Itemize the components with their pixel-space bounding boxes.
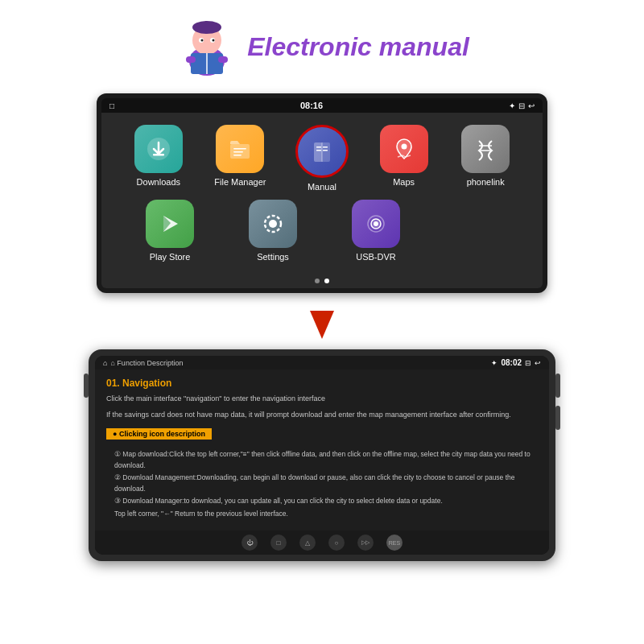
manual-icon-wrapper: [295, 125, 349, 178]
svg-rect-15: [233, 151, 243, 153]
svg-point-2: [192, 21, 221, 34]
usb-dvr-icon: [352, 200, 400, 248]
manual-label: Manual: [308, 182, 336, 192]
app-row-1: Downloads File Manager Manual: [118, 125, 526, 192]
app-row-2: Play Store Settings: [118, 200, 526, 262]
file-manager-label: File Manager: [214, 177, 266, 187]
status-left: □: [109, 101, 114, 110]
top-status-bar: □ 08:16 ✦ ⊟ ↩: [101, 98, 543, 113]
downloads-label: Downloads: [137, 177, 180, 187]
manual-text-2: If the savings card does not have map da…: [106, 410, 538, 421]
bullet-label: ● Clicking icon description: [106, 428, 212, 440]
arrow-container: [302, 293, 342, 349]
home-icon-bottom: ⌂: [103, 359, 107, 367]
svg-point-5: [201, 39, 204, 42]
app-maps[interactable]: Maps: [368, 125, 440, 187]
bluetooth-icon: ✦: [509, 101, 515, 110]
bottom-status-center: ✦ 08:02 ⊟ ↩: [491, 358, 541, 367]
home-btn[interactable]: □: [270, 535, 287, 551]
left-knob: [84, 374, 89, 398]
back-icon-bottom: ↩: [535, 359, 541, 367]
manual-nav-title: 01. Navigation: [106, 378, 538, 389]
bottom-controls-bar: ⏻ □ △ ○ ▷▷ RES: [95, 530, 549, 555]
svg-marker-33: [310, 311, 334, 339]
function-desc-label: ⌂ Function Description: [110, 359, 183, 367]
bottom-screen: ⌂ ⌂ Function Description ✦ 08:02 ⊟ ↩ 01.…: [95, 356, 549, 555]
svg-rect-9: [186, 56, 196, 63]
top-screen: □ 08:16 ✦ ⊟ ↩ Downloads: [101, 98, 543, 288]
dot-2: [324, 279, 329, 283]
signal-icon-bottom: ⊟: [525, 359, 531, 367]
bt-icon-bottom: ✦: [491, 359, 497, 367]
svg-point-32: [374, 221, 378, 226]
forward-btn[interactable]: ▷▷: [357, 535, 374, 551]
downloads-icon: [134, 125, 183, 173]
svg-point-28: [269, 220, 277, 228]
app-phonelink[interactable]: phonelink: [449, 125, 522, 187]
manual-content: 01. Navigation Click the main interface …: [95, 369, 549, 530]
res-btn[interactable]: RES: [386, 535, 402, 551]
settings-icon: [249, 200, 297, 248]
signal-icon: ⊟: [518, 101, 525, 110]
settings-label: Settings: [257, 252, 289, 262]
svg-rect-23: [323, 150, 328, 151]
bottom-time: 08:02: [501, 358, 522, 367]
app-play-store[interactable]: Play Store: [134, 200, 206, 262]
down-arrow: [302, 303, 342, 343]
status-right: ✦ ⊟ ↩: [509, 101, 535, 110]
play-store-label: Play Store: [150, 252, 191, 262]
top-device: □ 08:16 ✦ ⊟ ↩ Downloads: [97, 93, 547, 293]
back-icon: ↩: [528, 101, 535, 110]
maps-label: Maps: [393, 177, 415, 187]
header-section: Electronic manual: [175, 0, 469, 87]
phonelink-label: phonelink: [467, 177, 505, 187]
svg-rect-16: [233, 155, 242, 156]
menu-btn[interactable]: △: [299, 535, 316, 551]
phonelink-icon: [461, 125, 510, 173]
dot-indicator: [101, 274, 543, 288]
bottom-status-bar: ⌂ ⌂ Function Description ✦ 08:02 ⊟ ↩: [95, 356, 549, 369]
svg-rect-20: [316, 147, 321, 148]
app-settings[interactable]: Settings: [237, 200, 309, 262]
manual-text-1: Click the main interface "navigation" to…: [106, 394, 538, 405]
svg-rect-18: [314, 142, 322, 162]
svg-rect-22: [323, 147, 328, 148]
header-title: Electronic manual: [247, 32, 469, 62]
app-grid: Downloads File Manager Manual: [101, 113, 543, 274]
app-file-manager[interactable]: File Manager: [204, 125, 276, 187]
app-downloads[interactable]: Downloads: [122, 125, 195, 187]
back-btn[interactable]: ○: [328, 535, 345, 551]
right-knob-top: [555, 374, 560, 398]
manual-list-item-1: ① Map download:Click the top left corner…: [106, 449, 538, 471]
app-manual[interactable]: Manual: [286, 125, 358, 192]
file-manager-icon: [216, 125, 264, 173]
bottom-device: ⌂ ⌂ Function Description ✦ 08:02 ⊟ ↩ 01.…: [89, 349, 555, 561]
bottom-status-left: ⌂ ⌂ Function Description: [103, 359, 183, 367]
mascot-icon: [175, 14, 239, 79]
svg-rect-21: [316, 150, 321, 151]
svg-rect-14: [233, 148, 246, 150]
home-icon: □: [109, 101, 114, 110]
manual-list-item-3: ③ Download Manager:to download, you can …: [106, 496, 538, 507]
power-btn[interactable]: ⏻: [242, 535, 258, 551]
svg-point-25: [401, 144, 407, 150]
usb-dvr-label: USB-DVR: [356, 252, 396, 262]
svg-rect-10: [218, 56, 228, 63]
svg-rect-12: [153, 154, 164, 156]
manual-list-item-4: Top left corner, "←" Return to the previ…: [106, 509, 538, 520]
right-knob-bottom: [555, 406, 560, 430]
dot-1: [315, 279, 320, 283]
play-store-icon: [146, 200, 194, 248]
maps-icon: [380, 125, 428, 173]
app-usb-dvr[interactable]: USB-DVR: [340, 200, 412, 262]
status-time: 08:16: [300, 101, 323, 110]
manual-list-item-2: ② Download Management:Downloading, can b…: [106, 473, 538, 494]
svg-point-6: [213, 39, 215, 42]
